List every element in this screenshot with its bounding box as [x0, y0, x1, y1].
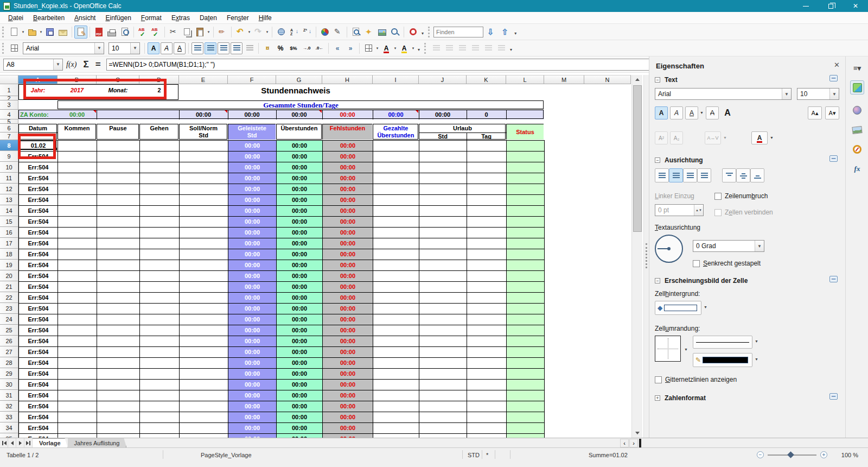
cell-ueberstunden[interactable]: 00:00 — [276, 325, 323, 336]
cell-empty[interactable] — [467, 325, 507, 336]
cell-empty[interactable] — [97, 260, 140, 271]
cell-status[interactable] — [506, 357, 545, 369]
cell-datum[interactable]: Err:504 — [18, 227, 58, 238]
cell-datum[interactable]: Err:504 — [18, 205, 58, 217]
cell-datum[interactable]: Err:504 — [18, 390, 58, 401]
row-header-10[interactable]: 10 — [0, 162, 18, 173]
cell-empty[interactable] — [139, 336, 180, 347]
cell-empty[interactable] — [58, 184, 97, 195]
cell-datum[interactable]: Err:504 — [18, 379, 58, 390]
cell-ueberstunden[interactable]: 00:00 — [276, 357, 323, 369]
cell-datum[interactable]: Err:504 — [18, 422, 58, 434]
cell-empty[interactable] — [467, 401, 507, 412]
menu-bearbeiten[interactable]: Bearbeiten — [28, 12, 69, 23]
cell-empty[interactable] — [179, 173, 228, 184]
cell-empty[interactable] — [373, 227, 419, 238]
chevron-down-icon[interactable]: ▼ — [700, 111, 704, 115]
cell-empty[interactable] — [179, 336, 228, 347]
gallery-icon[interactable] — [375, 26, 388, 39]
insert-chart-icon[interactable] — [318, 26, 331, 39]
cell-status[interactable] — [506, 270, 545, 282]
chevron-down-icon[interactable]: ▼ — [130, 43, 139, 54]
cell-ueberstunden[interactable]: 00:00 — [276, 433, 323, 438]
vertical-scrollbar[interactable] — [631, 75, 642, 438]
sort-descending-icon[interactable] — [301, 26, 314, 39]
font-size-combo[interactable]: 10▼ — [108, 42, 140, 54]
collapse-icon[interactable]: − — [655, 278, 660, 283]
cell-empty[interactable] — [373, 281, 419, 293]
cell-empty[interactable] — [373, 336, 419, 347]
align-top-button[interactable] — [722, 168, 736, 182]
first-sheet-icon[interactable] — [0, 438, 8, 447]
menu-fenster[interactable]: Fenster — [222, 12, 254, 23]
cell-geleistete[interactable]: 00:00 — [228, 379, 277, 390]
draw-functions-icon[interactable] — [331, 26, 344, 39]
cell-ueberstunden[interactable]: 00:00 — [276, 422, 323, 434]
chevron-down-icon[interactable]: ▾ — [265, 30, 270, 34]
cell-empty[interactable] — [139, 281, 180, 293]
cell-geleistete[interactable]: 00:00 — [228, 151, 277, 162]
cell-status[interactable] — [506, 249, 545, 260]
cell-empty[interactable] — [58, 390, 97, 401]
chevron-down-icon[interactable]: ▼ — [53, 59, 62, 70]
column-header-F[interactable]: F — [228, 75, 276, 84]
bold-button[interactable]: A — [655, 106, 668, 119]
cell-empty[interactable] — [179, 368, 228, 380]
cell-fehlstunden[interactable]: 00:00 — [322, 422, 373, 434]
cell-empty[interactable] — [467, 303, 507, 314]
close-button[interactable]: ✕ — [843, 0, 868, 12]
cell-status[interactable] — [506, 379, 545, 390]
equals-icon[interactable]: = — [95, 59, 101, 70]
cell-ueberstunden[interactable]: 00:00 — [276, 249, 323, 260]
cell-empty[interactable] — [467, 390, 507, 401]
sidebar-tab-styles[interactable] — [850, 103, 864, 117]
cell-empty[interactable] — [97, 227, 140, 238]
cell-ueberstunden[interactable]: 00:00 — [276, 194, 323, 206]
cell-summary-e[interactable]: 00:00 — [179, 110, 228, 119]
row-header-11[interactable]: 11 — [0, 173, 18, 184]
chevron-down-icon[interactable]: ▼ — [770, 136, 774, 140]
cell-datum[interactable]: Err:504 — [18, 401, 58, 412]
cell-empty[interactable] — [467, 151, 507, 162]
font-color-button[interactable]: A — [751, 131, 768, 144]
cell-status[interactable] — [506, 227, 545, 238]
cell-empty[interactable] — [139, 140, 180, 152]
cell-fehlstunden[interactable]: 00:00 — [322, 412, 373, 423]
cell-za-konto-value[interactable]: 00:00 — [58, 110, 97, 119]
sidebar-tab-properties[interactable] — [850, 80, 864, 94]
cell-empty[interactable] — [97, 184, 140, 195]
chevron-down-icon[interactable]: ▼ — [755, 339, 758, 343]
cell-empty[interactable] — [139, 194, 180, 206]
cell-empty[interactable] — [467, 346, 507, 358]
edit-file-icon[interactable] — [74, 26, 87, 39]
toolbar-overflow-icon[interactable]: ▾ — [422, 31, 424, 36]
sheet-tab-vorlage[interactable]: Vorlage — [33, 438, 68, 447]
sum-icon[interactable]: Σ — [83, 59, 88, 70]
cell-empty[interactable] — [179, 151, 228, 162]
cell-empty[interactable] — [467, 205, 507, 217]
align-object-bottom-button[interactable] — [495, 42, 507, 54]
cell-empty[interactable] — [179, 292, 228, 304]
cell-empty[interactable] — [467, 433, 507, 438]
cell-empty[interactable] — [58, 336, 97, 347]
cell-empty[interactable] — [97, 346, 140, 358]
cell-empty[interactable] — [139, 292, 180, 304]
cell-datum[interactable]: Err:504 — [18, 216, 58, 228]
cell-geleistete[interactable]: 00:00 — [228, 184, 277, 195]
row-header-26[interactable]: 26 — [0, 336, 18, 346]
header-soll-norm[interactable]: Soll/Norm Std — [179, 124, 228, 140]
cell-summary-h[interactable]: 00:00 — [322, 110, 373, 119]
cell-datum[interactable]: Err:504 — [18, 281, 58, 293]
cell-empty[interactable] — [467, 292, 507, 304]
cell-empty[interactable] — [179, 184, 228, 195]
cell-datum[interactable]: Err:504 — [18, 314, 58, 325]
cell-empty[interactable] — [179, 390, 228, 401]
cell-status[interactable] — [506, 422, 545, 434]
align-center-button[interactable] — [669, 168, 683, 182]
cell-empty[interactable] — [179, 401, 228, 412]
cell-datum[interactable]: Err:504 — [18, 346, 58, 358]
cell-geleistete[interactable]: 00:00 — [228, 412, 277, 423]
cell-empty[interactable] — [139, 357, 180, 369]
cell-empty[interactable] — [58, 314, 97, 325]
cell-geleistete[interactable]: 00:00 — [228, 357, 277, 369]
